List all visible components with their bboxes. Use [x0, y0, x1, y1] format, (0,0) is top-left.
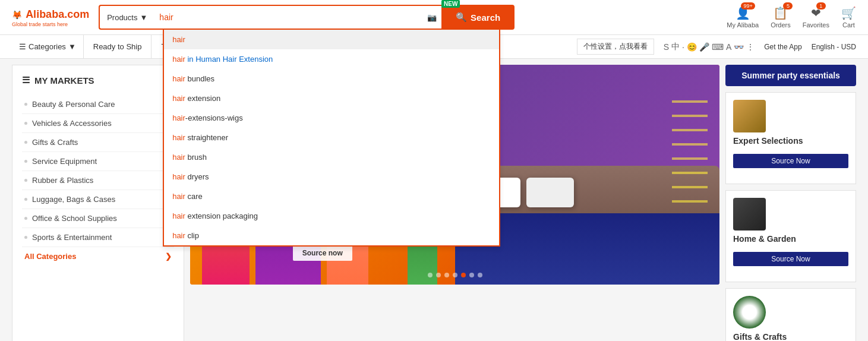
logo[interactable]: 🦊 Alibaba.com Global trade starts here — [12, 7, 89, 27]
orders-button[interactable]: 📋 5 Orders — [771, 6, 791, 29]
orders-icon: 📋 5 — [773, 6, 788, 20]
expert-source-now-button[interactable]: Source Now — [733, 154, 848, 168]
sidebar-item-office[interactable]: Office & School Supplies — [22, 209, 174, 228]
input-tools: S 中 · 😊 🎤 ⌨ A 👓 ⋮ — [664, 42, 755, 52]
expert-title: Expert Selections — [733, 136, 848, 146]
menu-icon: ☰ — [22, 75, 30, 86]
home-garden-title: Home & Garden — [733, 234, 848, 244]
search-area: Products ▼ 📷 NEW 🔍 Search hair hair in H… — [99, 5, 515, 30]
search-button-label: Search — [471, 12, 500, 23]
home-garden-source-now-button[interactable]: Source Now — [733, 252, 848, 266]
search-button[interactable]: 🔍 Search — [441, 5, 515, 30]
autocomplete-item-2[interactable]: hair bundles — [164, 69, 499, 89]
tool-letter-icon[interactable]: A — [726, 42, 731, 52]
orders-badge: 99+ — [741, 2, 755, 10]
banner-dot-3[interactable] — [444, 273, 449, 277]
expert-selections-section: Expert Selections Source Now — [725, 92, 856, 184]
sidebar: ☰ MY MARKETS Beauty & Personal Care Vehi… — [12, 65, 184, 341]
search-button-wrap: NEW 🔍 Search — [441, 5, 515, 30]
sidebar-item-label: Rubber & Plastics — [32, 176, 93, 185]
bullet-icon — [24, 103, 27, 106]
autocomplete-item-8[interactable]: hair care — [164, 187, 499, 206]
tool-mic-icon[interactable]: 🎤 — [699, 42, 709, 52]
sidebar-item-label: Service Equipment — [32, 157, 97, 166]
summer-party-banner[interactable]: Summer party essentials — [725, 65, 856, 86]
search-input[interactable] — [154, 12, 422, 22]
nav-ready-to-ship[interactable]: Ready to Ship — [84, 35, 152, 58]
tool-emoji-icon[interactable]: 😊 — [687, 42, 697, 52]
autocomplete-item-5[interactable]: hair straightener — [164, 128, 499, 147]
chevron-right-icon: ❯ — [165, 252, 172, 261]
tool-zh-icon[interactable]: 中 — [671, 42, 680, 52]
tool-shirt-icon[interactable]: 👓 — [734, 42, 744, 52]
sidebar-item-vehicles[interactable]: Vehicles & Accessories — [22, 114, 174, 133]
banner-dots — [428, 273, 482, 277]
sidebar-item-gifts[interactable]: Gifts & Crafts — [22, 133, 174, 152]
tool-keyboard-icon[interactable]: ⌨ — [712, 42, 724, 52]
sidebar-item-label: Gifts & Crafts — [32, 138, 78, 147]
sidebar-item-sports[interactable]: Sports & Entertainment — [22, 228, 174, 247]
tool-grid-icon[interactable]: ⋮ — [746, 42, 755, 52]
right-panel: Summer party essentials Expert Selection… — [725, 65, 856, 341]
bullet-icon — [24, 141, 27, 144]
sidebar-item-rubber[interactable]: Rubber & Plastics — [22, 171, 174, 190]
bullet-icon — [24, 236, 27, 239]
sidebar-item-label: Sports & Entertainment — [32, 233, 112, 242]
search-input-wrap: 📷 — [154, 5, 441, 30]
language-selector[interactable]: English - USD — [812, 43, 856, 51]
light-string — [672, 89, 708, 207]
autocomplete-dropdown: hair hair in Human Hair Extension hair b… — [163, 30, 500, 247]
banner-dot-6[interactable] — [469, 273, 474, 277]
chevron-down-icon: ▼ — [140, 13, 147, 22]
my-alibaba-button[interactable]: 👤 99+ My Alibaba — [727, 6, 759, 29]
sidebar-item-label: Beauty & Personal Care — [32, 100, 115, 109]
banner-dot-5[interactable] — [461, 273, 466, 277]
autocomplete-item-0[interactable]: hair — [164, 30, 499, 49]
tool-s-icon[interactable]: S — [664, 42, 669, 52]
banner-dot-1[interactable] — [428, 273, 433, 277]
autocomplete-item-6[interactable]: hair brush — [164, 147, 499, 167]
sidebar-title: ☰ MY MARKETS — [22, 75, 174, 86]
expert-thumb — [733, 100, 766, 132]
banner-dot-2[interactable] — [436, 273, 441, 277]
source-now-button-left[interactable]: Source now — [293, 245, 352, 261]
home-garden-section: Home & Garden Source Now — [725, 190, 856, 282]
all-categories-link[interactable]: All Categories ❯ — [22, 247, 174, 266]
cart-icon: 🛒 — [841, 6, 856, 20]
autocomplete-item-7[interactable]: hair dryers — [164, 167, 499, 187]
banner-dot-4[interactable] — [453, 273, 457, 277]
camera-icon[interactable]: 📷 — [422, 13, 441, 22]
banner-dot-7[interactable] — [478, 273, 482, 277]
nav-right-tools: 个性设置，点我看看 S 中 · 😊 🎤 ⌨ A 👓 ⋮ Get the App … — [577, 39, 856, 55]
autocomplete-item-1[interactable]: hair in Human Hair Extension — [164, 49, 499, 69]
pillow-2 — [526, 178, 574, 207]
autocomplete-item-3[interactable]: hair extension — [164, 89, 499, 108]
new-badge: NEW — [441, 0, 460, 8]
autocomplete-item-10[interactable]: hair clip — [164, 226, 499, 245]
header: 🦊 Alibaba.com Global trade starts here P… — [0, 0, 868, 35]
bullet-icon — [24, 217, 27, 220]
orders-label: Orders — [771, 21, 791, 29]
gifts-crafts-section: Gifts & Crafts Source Now — [725, 288, 856, 341]
get-app-link[interactable]: Get the App — [764, 43, 801, 51]
bullet-icon — [24, 179, 27, 182]
personalization-button[interactable]: 个性设置，点我看看 — [577, 39, 654, 55]
sidebar-item-beauty[interactable]: Beauty & Personal Care — [22, 95, 174, 114]
header-actions: 👤 99+ My Alibaba 📋 5 Orders ❤ 1 Favorite… — [727, 6, 856, 29]
autocomplete-item-9[interactable]: hair extension packaging — [164, 206, 499, 226]
heart-icon: ❤ 1 — [811, 6, 821, 20]
autocomplete-item-4[interactable]: hair-extensions-wigs — [164, 108, 499, 128]
nav-categories-button[interactable]: ☰ Categories ▼ — [12, 35, 84, 58]
cart-label: Cart — [842, 21, 855, 29]
products-dropdown-button[interactable]: Products ▼ — [99, 5, 154, 30]
favorites-button[interactable]: ❤ 1 Favorites — [803, 6, 829, 29]
person-icon: 👤 99+ — [736, 6, 750, 20]
tool-punct-icon[interactable]: · — [682, 42, 684, 52]
gifts-crafts-title: Gifts & Crafts — [733, 332, 848, 341]
sidebar-item-service[interactable]: Service Equipment — [22, 152, 174, 171]
bullet-icon — [24, 160, 27, 163]
sidebar-item-luggage[interactable]: Luggage, Bags & Cases — [22, 190, 174, 209]
cart-button[interactable]: 🛒 Cart — [841, 6, 856, 29]
my-alibaba-label: My Alibaba — [727, 21, 759, 29]
bullet-icon — [24, 198, 27, 201]
